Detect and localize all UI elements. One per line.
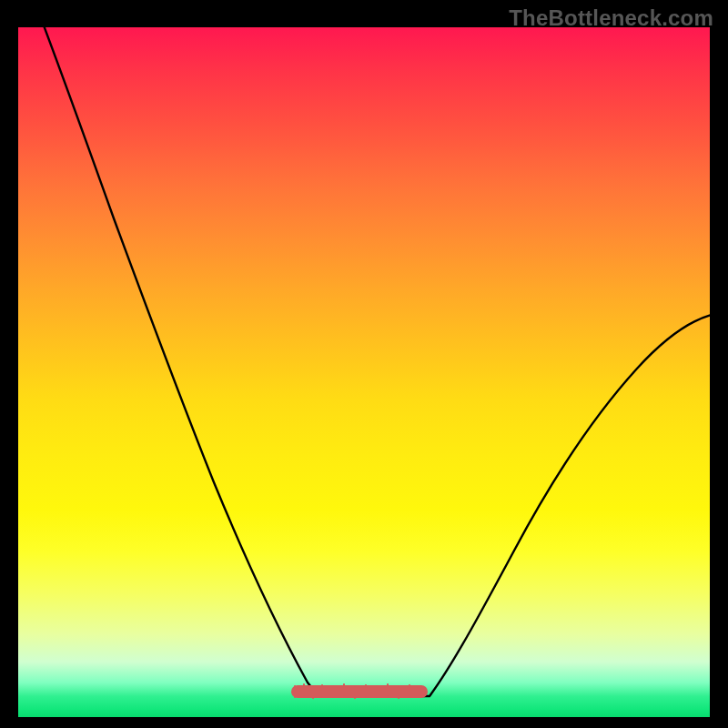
- watermark-label: TheBottleneck.com: [509, 5, 713, 31]
- bottleneck-curve-line: [18, 27, 710, 717]
- chart-plot-area: [18, 27, 710, 717]
- flat-minimum-band: [291, 685, 428, 698]
